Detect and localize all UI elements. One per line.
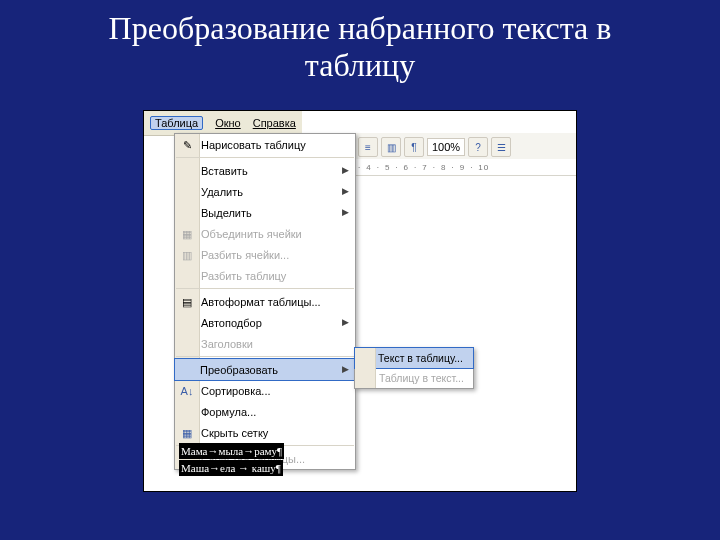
merge-icon: ▦ xyxy=(179,226,195,242)
split-icon: ▥ xyxy=(179,247,195,263)
menu-item-formula[interactable]: Формула... xyxy=(175,401,355,422)
menu-item-headings: Заголовки xyxy=(175,333,355,354)
document-selected-text: Мама→мыла→раму¶ Маша→ела → кашу¶ xyxy=(179,443,284,477)
menu-item-delete[interactable]: Удалить▶ xyxy=(175,181,355,202)
chevron-right-icon: ▶ xyxy=(342,165,349,175)
doc-line-1: Мама→мыла→раму¶ xyxy=(179,443,284,459)
menu-item-hide-grid[interactable]: ▦ Скрыть сетку xyxy=(175,422,355,443)
columns-icon[interactable]: ▥ xyxy=(381,137,401,157)
chevron-right-icon: ▶ xyxy=(342,317,349,327)
menu-window[interactable]: Окно xyxy=(215,117,241,129)
menu-item-draw-table[interactable]: ✎ Нарисовать таблицу xyxy=(175,134,355,155)
chevron-right-icon: ▶ xyxy=(342,207,349,217)
grid-icon: ▦ xyxy=(179,425,195,441)
menu-item-autoformat[interactable]: ▤ Автоформат таблицы... xyxy=(175,291,355,312)
menu-item-split-table: Разбить таблицу xyxy=(175,265,355,286)
menu-item-autofit[interactable]: Автоподбор▶ xyxy=(175,312,355,333)
menu-table[interactable]: Таблица xyxy=(150,116,203,130)
separator xyxy=(176,157,354,158)
menu-item-split-cells: ▥ Разбить ячейки... xyxy=(175,244,355,265)
table-menu: ✎ Нарисовать таблицу Вставить▶ Удалить▶ … xyxy=(174,133,356,470)
submenu-icon-strip xyxy=(355,348,376,388)
menu-item-merge: ▦ Объединить ячейки xyxy=(175,223,355,244)
slide-title-line1: Преобразование набранного текста в xyxy=(109,10,612,46)
autoformat-icon: ▤ xyxy=(179,294,195,310)
menu-item-select[interactable]: Выделить▶ xyxy=(175,202,355,223)
menu-item-insert[interactable]: Вставить▶ xyxy=(175,160,355,181)
document-area xyxy=(354,177,576,491)
menu-help[interactable]: Справка xyxy=(253,117,296,129)
separator xyxy=(176,356,354,357)
separator xyxy=(176,288,354,289)
menu-item-sort[interactable]: A↓ Сортировка... xyxy=(175,380,355,401)
help-icon[interactable]: ? xyxy=(468,137,488,157)
read-icon[interactable]: ☰ xyxy=(491,137,511,157)
convert-submenu: Текст в таблицу... Таблицу в текст... xyxy=(354,347,474,389)
doc-line-2: Маша→ела → кашу¶ xyxy=(179,460,283,476)
line-spacing-icon[interactable]: ≡ xyxy=(358,137,378,157)
sort-icon: A↓ xyxy=(179,383,195,399)
chevron-right-icon: ▶ xyxy=(342,364,349,374)
pencil-icon: ✎ xyxy=(179,137,195,153)
slide-title-line2: таблицу xyxy=(305,47,415,83)
ruler: · 4 · 5 · 6 · 7 · 8 · 9 · 10 xyxy=(354,159,576,176)
word-screenshot: Таблица Окно Справка ≡ ▥ ¶ 100% ? ☰ · 4 … xyxy=(143,110,577,492)
chevron-right-icon: ▶ xyxy=(342,186,349,196)
paragraph-marks-icon[interactable]: ¶ xyxy=(404,137,424,157)
zoom-combo[interactable]: 100% xyxy=(427,138,465,156)
toolbar: ≡ ▥ ¶ 100% ? ☰ xyxy=(354,133,576,162)
menu-item-convert[interactable]: Преобразовать▶ xyxy=(174,358,356,381)
